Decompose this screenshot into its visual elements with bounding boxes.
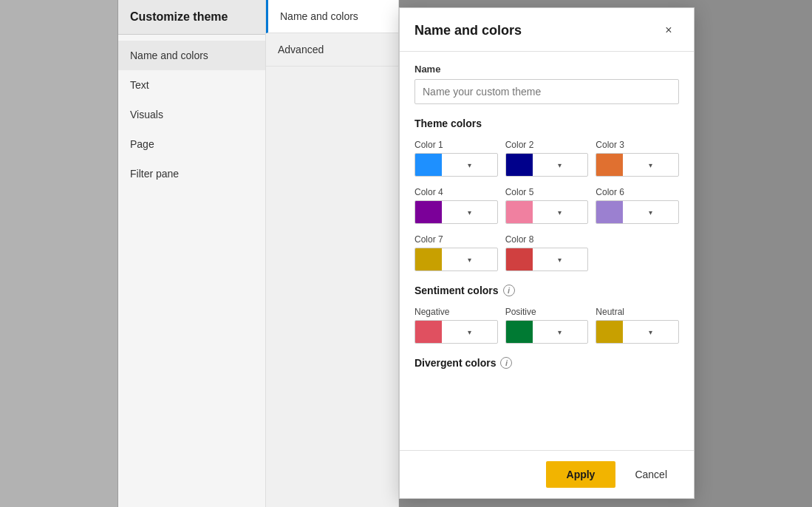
color-4-chevron-icon: ▾: [442, 208, 497, 217]
divergent-info-icon: i: [500, 357, 512, 369]
color-7-chevron-icon: ▾: [442, 256, 497, 264]
color-6-swatch: [596, 201, 623, 223]
dialog-footer: Apply Cancel: [400, 450, 694, 498]
color-2-chevron-icon: ▾: [533, 161, 588, 169]
sidebar-item-name-and-colors[interactable]: Name and colors: [118, 41, 265, 70]
negative-color-item: Negative ▾: [414, 307, 498, 344]
neutral-swatch: [596, 321, 623, 343]
sidebar-item-filter-pane[interactable]: Filter pane: [118, 159, 265, 188]
color-2-picker[interactable]: ▾: [505, 153, 589, 177]
positive-label: Positive: [505, 307, 589, 317]
theme-colors-title: Theme colors: [414, 118, 679, 129]
color-item-7: Color 7 ▾: [414, 234, 498, 271]
color-3-swatch: [596, 154, 623, 176]
neutral-chevron-icon: ▾: [623, 328, 678, 336]
color-item-8: Color 8 ▾: [505, 234, 589, 271]
color-5-picker[interactable]: ▾: [505, 200, 589, 224]
customize-panel: Customize theme Name and colors Text Vis…: [118, 0, 266, 507]
color-1-picker[interactable]: ▾: [414, 153, 498, 177]
color-1-label: Color 1: [414, 140, 498, 150]
color-4-label: Color 4: [414, 187, 498, 197]
color-8-picker[interactable]: ▾: [505, 248, 589, 271]
color-item-5: Color 5 ▾: [505, 187, 589, 224]
sentiment-info-icon: i: [503, 285, 515, 296]
negative-chevron-icon: ▾: [442, 328, 497, 336]
customize-panel-header: Customize theme: [118, 0, 265, 35]
color-item-2: Color 2 ▾: [505, 140, 589, 177]
tab-advanced[interactable]: Advanced: [266, 33, 398, 67]
color-4-picker[interactable]: ▾: [414, 200, 498, 224]
color-6-picker[interactable]: ▾: [596, 200, 679, 224]
sidebar-item-page[interactable]: Page: [118, 129, 265, 159]
color-5-swatch: [506, 201, 533, 223]
positive-chevron-icon: ▾: [533, 328, 588, 336]
theme-colors-grid: Color 1 ▾ Color 2 ▾ Color 3 ▾: [414, 140, 679, 271]
color-item-1: Color 1 ▾: [414, 140, 498, 177]
color-item-4: Color 4 ▾: [414, 187, 498, 224]
dialog-header: Name and colors ×: [400, 8, 694, 52]
tab-name-and-colors[interactable]: Name and colors: [266, 0, 398, 33]
dialog-body: Name Theme colors Color 1 ▾ Color 2 ▾ Co: [400, 52, 694, 450]
tabs-panel: Name and colors Advanced: [266, 0, 399, 507]
negative-label: Negative: [414, 307, 498, 317]
color-4-swatch: [415, 201, 442, 223]
neutral-color-item: Neutral ▾: [596, 307, 679, 344]
color-5-label: Color 5: [505, 187, 589, 197]
color-3-chevron-icon: ▾: [623, 161, 678, 169]
sentiment-colors-title: Sentiment colors i: [414, 285, 679, 296]
color-item-6: Color 6 ▾: [596, 187, 679, 224]
divergent-colors-title: Divergent colors i: [414, 357, 679, 369]
positive-color-item: Positive ▾: [505, 307, 589, 344]
close-button[interactable]: ×: [658, 20, 679, 41]
positive-picker[interactable]: ▾: [505, 320, 589, 344]
sentiment-colors-grid: Negative ▾ Positive ▾ Neutral ▾: [414, 307, 679, 344]
customize-panel-nav: Name and colors Text Visuals Page Filter…: [118, 35, 265, 194]
color-2-swatch: [506, 154, 533, 176]
color-3-picker[interactable]: ▾: [596, 153, 679, 177]
color-6-chevron-icon: ▾: [623, 208, 678, 217]
color-6-label: Color 6: [596, 187, 679, 197]
color-item-3: Color 3 ▾: [596, 140, 679, 177]
negative-picker[interactable]: ▾: [414, 320, 498, 344]
color-8-swatch: [506, 248, 533, 270]
color-7-picker[interactable]: ▾: [414, 248, 498, 271]
color-7-label: Color 7: [414, 234, 498, 245]
color-3-label: Color 3: [596, 140, 679, 150]
name-and-colors-dialog: Name and colors × Name Theme colors Colo…: [399, 7, 695, 499]
theme-name-input[interactable]: [414, 79, 679, 104]
name-section-label: Name: [414, 64, 679, 75]
dialog-title: Name and colors: [414, 23, 522, 38]
color-2-label: Color 2: [505, 140, 589, 150]
apply-button[interactable]: Apply: [546, 461, 616, 488]
divergent-title-text: Divergent colors: [414, 357, 496, 369]
sidebar-item-text[interactable]: Text: [118, 70, 265, 100]
positive-swatch: [506, 321, 533, 343]
negative-swatch: [415, 321, 442, 343]
color-1-swatch: [415, 154, 442, 176]
cancel-button[interactable]: Cancel: [623, 461, 679, 488]
color-7-swatch: [415, 248, 442, 270]
color-8-chevron-icon: ▾: [533, 256, 588, 264]
sentiment-title-text: Sentiment colors: [414, 285, 499, 296]
color-1-chevron-icon: ▾: [442, 161, 497, 169]
color-8-label: Color 8: [505, 234, 589, 245]
sidebar-item-visuals[interactable]: Visuals: [118, 100, 265, 129]
neutral-picker[interactable]: ▾: [596, 320, 679, 344]
color-5-chevron-icon: ▾: [533, 208, 588, 217]
neutral-label: Neutral: [596, 307, 679, 317]
